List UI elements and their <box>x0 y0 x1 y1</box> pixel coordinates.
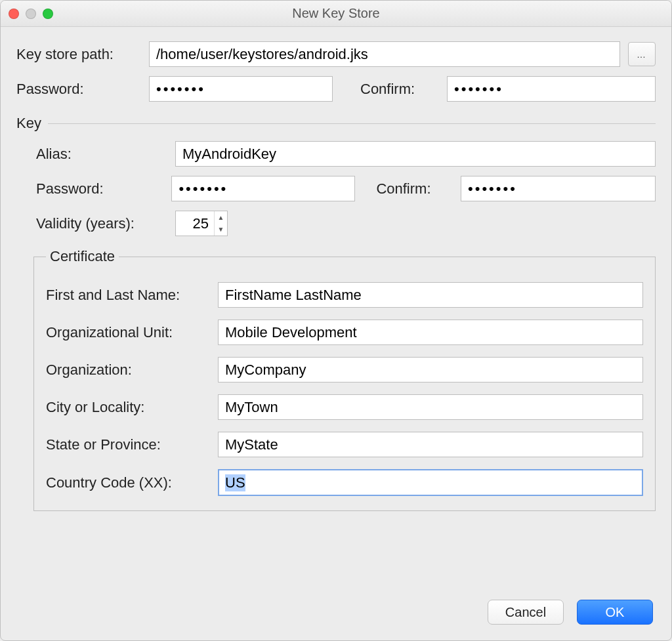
state-input[interactable] <box>218 432 643 457</box>
key-password-input[interactable] <box>171 176 355 201</box>
certificate-group: Certificate First and Last Name: Organiz… <box>33 248 656 511</box>
traffic-lights <box>9 9 53 19</box>
window: New Key Store Key store path: … Password… <box>0 0 672 641</box>
certificate-legend: Certificate <box>46 248 119 265</box>
window-title: New Key Store <box>1 6 671 21</box>
keystore-path-row: Key store path: … <box>16 41 656 67</box>
alias-row: Alias: <box>36 141 656 167</box>
keystore-path-input[interactable] <box>149 41 620 67</box>
keystore-confirm-input[interactable] <box>447 76 656 102</box>
cancel-button[interactable]: Cancel <box>488 600 564 625</box>
ellipsis-icon: … <box>637 49 647 60</box>
country-input[interactable] <box>218 469 643 496</box>
minimize-icon <box>26 9 36 19</box>
cancel-button-label: Cancel <box>505 605 546 620</box>
country-row: Country Code (XX): <box>46 469 643 496</box>
key-confirm-label: Confirm: <box>376 180 453 197</box>
validity-label: Validity (years): <box>36 215 167 232</box>
country-label: Country Code (XX): <box>46 474 210 491</box>
first-last-input[interactable] <box>218 282 643 308</box>
ok-button-label: OK <box>606 605 625 620</box>
state-label: State or Province: <box>46 436 210 453</box>
validity-input[interactable] <box>176 211 214 236</box>
first-last-row: First and Last Name: <box>46 282 643 308</box>
keystore-path-label: Key store path: <box>16 46 141 63</box>
browse-button[interactable]: … <box>628 42 656 66</box>
keystore-password-label: Password: <box>16 81 141 98</box>
alias-input[interactable] <box>175 141 656 167</box>
key-section-header: Key <box>16 115 656 132</box>
key-password-row: Password: Confirm: <box>36 176 656 201</box>
key-confirm-input[interactable] <box>461 176 656 201</box>
ou-row: Organizational Unit: <box>46 320 643 345</box>
keystore-password-row: Password: Confirm: <box>16 76 656 102</box>
state-row: State or Province: <box>46 432 643 457</box>
first-last-label: First and Last Name: <box>46 287 210 304</box>
validity-spinner[interactable]: ▲ ▼ <box>175 211 228 236</box>
keystore-password-input[interactable] <box>149 76 333 102</box>
divider <box>48 123 656 124</box>
key-password-label: Password: <box>36 180 163 197</box>
org-label: Organization: <box>46 362 210 379</box>
close-icon[interactable] <box>9 9 19 19</box>
ou-input[interactable] <box>218 320 643 345</box>
dialog-footer: Cancel OK <box>1 588 671 640</box>
dialog-content: Key store path: … Password: Confirm: Key… <box>1 27 671 588</box>
key-section: Alias: Password: Confirm: Validity (year… <box>16 141 656 236</box>
zoom-icon[interactable] <box>43 9 53 19</box>
validity-row: Validity (years): ▲ ▼ <box>36 211 656 236</box>
spinner-up-icon[interactable]: ▲ <box>215 211 227 224</box>
titlebar: New Key Store <box>1 1 671 27</box>
city-input[interactable] <box>218 394 643 420</box>
city-label: City or Locality: <box>46 399 210 416</box>
city-row: City or Locality: <box>46 394 643 420</box>
ok-button[interactable]: OK <box>577 600 653 625</box>
ou-label: Organizational Unit: <box>46 324 210 341</box>
spinner-down-icon[interactable]: ▼ <box>215 224 227 236</box>
key-section-label: Key <box>16 115 41 132</box>
keystore-confirm-label: Confirm: <box>360 81 439 98</box>
org-row: Organization: <box>46 357 643 383</box>
spinner-arrows: ▲ ▼ <box>214 211 227 236</box>
alias-label: Alias: <box>36 146 167 163</box>
org-input[interactable] <box>218 357 643 383</box>
